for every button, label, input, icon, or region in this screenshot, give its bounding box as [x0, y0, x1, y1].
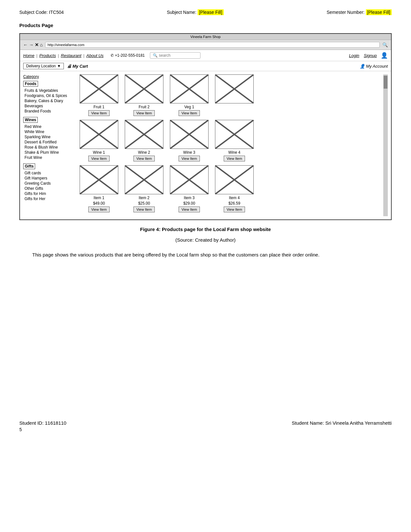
- product-name-item3: Item 3: [168, 196, 210, 200]
- product-name-item1: Item 1: [78, 196, 120, 200]
- semester-fill: [Please Fill]: [366, 9, 392, 15]
- product-row-gifts: Item 1 $49.00 View Item Item 2 $25.00 Vi…: [78, 165, 380, 212]
- product-row-fruits: Fruit 1 View Item Fruit 2 View Item Veg …: [78, 74, 380, 116]
- sidebar-item-gift-hampers[interactable]: Gift Hampers: [23, 176, 75, 181]
- product-card-wine3: Wine 3 View Item: [168, 120, 210, 161]
- subject-name: Subject Name: [Please Fill]: [167, 10, 223, 15]
- delivery-location-button[interactable]: Delivery Location ▼: [23, 63, 64, 69]
- nav-bar-secondary: Delivery Location ▼ 🖨 My Cart 👤 My Accou…: [20, 61, 391, 71]
- category-wines-label[interactable]: Wines: [23, 117, 38, 123]
- student-id: Student ID: 11618110: [19, 420, 66, 426]
- sidebar-item-gifts-her[interactable]: Gifts for Her: [23, 196, 75, 201]
- view-item-item2[interactable]: View Item: [133, 207, 155, 212]
- product-image-placeholder1: [215, 74, 254, 103]
- product-image-item2: [125, 165, 163, 194]
- browser-search-icon[interactable]: 🔍: [382, 42, 388, 47]
- view-item-veg1[interactable]: View Item: [179, 110, 200, 116]
- sidebar-item-fruits-veg[interactable]: Fruits & Vegetables: [23, 88, 75, 93]
- product-name-fruit1: Fruit 1: [78, 105, 120, 109]
- back-icon[interactable]: ←: [23, 42, 28, 47]
- subject-name-fill: [Please Fill]: [198, 9, 223, 15]
- student-name: Student Name: Sri Vineela Anitha Yerrams…: [292, 420, 392, 426]
- figure-caption: Figure 4: Products page for the Local Fa…: [19, 227, 392, 232]
- nav-icons: ← → ✕ ⌂: [23, 42, 43, 47]
- sidebar-item-other-gifts[interactable]: Other Gifts: [23, 186, 75, 191]
- close-icon[interactable]: ✕: [35, 42, 39, 47]
- product-image-wine3: [170, 120, 209, 149]
- product-image-item3: [170, 165, 209, 194]
- product-price-item2: $25.00: [123, 201, 165, 206]
- sidebar-item-bakery[interactable]: Bakery, Cakes & Diary: [23, 98, 75, 103]
- nav-about-us[interactable]: About Us: [86, 53, 103, 58]
- login-link[interactable]: Login: [349, 53, 359, 58]
- account-icon: 👤: [360, 64, 365, 69]
- semester-number: Semester Number: [Please Fill]: [327, 10, 392, 15]
- cart-label: My Cart: [73, 64, 88, 69]
- category-heading: Category: [23, 74, 75, 79]
- nav-products[interactable]: Products: [39, 53, 56, 58]
- product-price-item4: $26.59: [213, 201, 255, 206]
- cart-icon: 🖨: [67, 64, 71, 69]
- search-input[interactable]: [159, 53, 198, 58]
- body-paragraph-1: This page shows the various products tha…: [19, 250, 392, 259]
- home-icon[interactable]: ⌂: [40, 42, 43, 47]
- scrollbar-thumb[interactable]: [384, 76, 387, 89]
- product-grid: Fruit 1 View Item Fruit 2 View Item Veg …: [78, 74, 380, 216]
- view-item-wine4[interactable]: View Item: [224, 156, 245, 161]
- product-name-veg1: Veg 1: [168, 105, 210, 109]
- view-item-fruit2[interactable]: View Item: [133, 110, 155, 116]
- view-item-wine3[interactable]: View Item: [179, 156, 200, 161]
- product-price-item3: $29.00: [168, 201, 210, 206]
- product-name-wine1: Wine 1: [78, 150, 120, 155]
- view-item-item1[interactable]: View Item: [88, 207, 110, 212]
- nav-restaurant[interactable]: Restaurant: [61, 53, 82, 58]
- sidebar-item-gifts-him[interactable]: Gifts for Him: [23, 191, 75, 196]
- product-name-item2: Item 2: [123, 196, 165, 200]
- view-item-wine1[interactable]: View Item: [88, 156, 110, 161]
- sidebar-item-rose[interactable]: Rose & Blush Wine: [23, 145, 75, 150]
- sidebar-item-gift-cards[interactable]: Gift cards: [23, 170, 75, 176]
- product-card-wine1: Wine 1 View Item: [78, 120, 120, 161]
- view-item-item3[interactable]: View Item: [179, 207, 200, 212]
- document-footer: Student ID: 11618110 Student Name: Sri V…: [19, 420, 392, 432]
- signup-link[interactable]: Signup: [364, 53, 377, 58]
- sidebar-item-branded[interactable]: Branded Foods: [23, 109, 75, 114]
- my-account-button[interactable]: 👤 My Account: [360, 64, 388, 69]
- my-cart-button[interactable]: 🖨 My Cart: [67, 64, 88, 69]
- my-account-label: My Account: [366, 64, 388, 69]
- scrollbar[interactable]: [383, 74, 388, 216]
- product-card-fruit2: Fruit 2 View Item: [123, 74, 165, 116]
- sidebar-item-fruit-wine[interactable]: Fruit Wine: [23, 155, 75, 160]
- category-gifts-label[interactable]: Gifts: [23, 163, 35, 169]
- category-foods-label[interactable]: Foods: [23, 81, 38, 87]
- browser-mockup: Vineela Farm Shop ← → ✕ ⌂ 🔍 Home | Produ…: [19, 33, 392, 220]
- sidebar-item-sparkling-wine[interactable]: Sparkling Wine: [23, 134, 75, 140]
- footer-row: Student ID: 11618110 Student Name: Sri V…: [19, 420, 392, 426]
- source-text: (Source: Created by Author): [19, 237, 392, 243]
- product-card-wine2: Wine 2 View Item: [123, 120, 165, 161]
- view-item-wine2[interactable]: View Item: [133, 156, 155, 161]
- document-header: Subject Code: ITC504 Subject Name: [Plea…: [19, 10, 392, 15]
- product-card-placeholder1: [213, 74, 255, 116]
- sidebar-item-dessert[interactable]: Dessert & Fortified: [23, 140, 75, 145]
- product-name-wine4: Wine 4: [213, 150, 255, 155]
- view-item-item4[interactable]: View Item: [224, 207, 245, 212]
- phone-number: ✆ +1-202-555-0181: [111, 53, 145, 58]
- category-group-foods: Foods Fruits & Vegetables Foodgrains, Oi…: [23, 81, 75, 114]
- browser-chrome: ← → ✕ ⌂ 🔍: [20, 40, 391, 50]
- view-item-fruit1[interactable]: View Item: [88, 110, 110, 116]
- sidebar-item-foodgrains[interactable]: Foodgrains, Oil & Spices: [23, 93, 75, 98]
- sidebar-item-greeting[interactable]: Greeting Cards: [23, 181, 75, 186]
- sidebar-item-white-wine[interactable]: White Wine: [23, 129, 75, 134]
- forward-icon[interactable]: →: [29, 42, 34, 47]
- search-box: 🔍: [150, 52, 201, 59]
- sidebar-item-shake-plum[interactable]: Shake & Plum Wine: [23, 150, 75, 155]
- product-name-wine2: Wine 2: [123, 150, 165, 155]
- product-row-wines: Wine 1 View Item Wine 2 View Item Wine 3…: [78, 120, 380, 161]
- nav-home[interactable]: Home: [23, 53, 34, 58]
- url-bar[interactable]: [45, 42, 380, 48]
- sidebar-item-red-wine[interactable]: Red Wine: [23, 124, 75, 129]
- dropdown-arrow-icon: ▼: [57, 64, 61, 68]
- sidebar-item-beverages[interactable]: Beverages: [23, 103, 75, 109]
- category-group-wines: Wines Red Wine White Wine Sparkling Wine…: [23, 117, 75, 160]
